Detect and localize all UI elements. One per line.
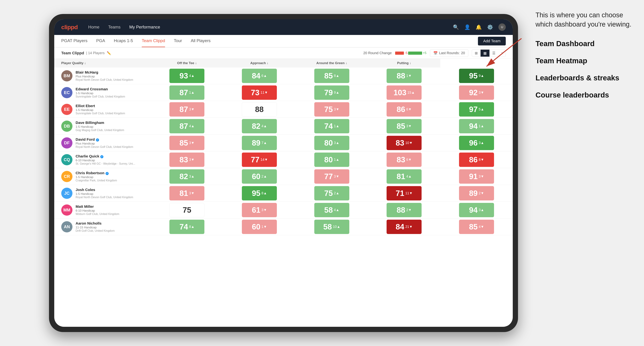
player-handicap: 11-15 Handicap <box>76 226 114 229</box>
player-cell-8: MM Matt Miller 6-10 Handicap Woburn Golf… <box>54 202 151 218</box>
player-name: Dave Billingham <box>76 121 124 125</box>
player-avatar: AN <box>61 221 72 232</box>
player-avatar: CQ <box>61 154 72 165</box>
score-delta: 15▲ <box>408 91 415 95</box>
score-delta: 1▼ <box>406 74 412 78</box>
score-delta: 6▲ <box>262 74 267 78</box>
player-name: Josh Coles <box>76 188 133 192</box>
neg-bar <box>395 51 404 55</box>
player-info: Elliot Ebert 1-5 Handicap Sunningdale Go… <box>76 104 125 115</box>
table-row[interactable]: MM Matt Miller 6-10 Handicap Woburn Golf… <box>54 202 513 218</box>
score-value: 86 <box>469 155 478 164</box>
nav-my-performance[interactable]: My Performance <box>129 25 160 29</box>
score-delta: 10▼ <box>405 141 413 145</box>
tab-hcaps[interactable]: Hcaps 1-5 <box>114 35 133 47</box>
score-box: 71 11▼ <box>386 186 422 200</box>
table-row[interactable]: AN Aaron Nicholls 11-15 Handicap Drift G… <box>54 218 513 235</box>
table-row[interactable]: BM Blair McHarg Plus Handicap Royal Nort… <box>54 67 513 84</box>
table-row[interactable]: DB Dave Billingham 1-5 Handicap Gog Mago… <box>54 118 513 135</box>
player-name: Chris Robertson✓ <box>76 171 117 175</box>
score-value: 88 <box>396 71 405 80</box>
round-change-label: 20 Round Change <box>363 51 392 55</box>
tab-tour[interactable]: Tour <box>174 35 182 47</box>
score-value: 60 <box>252 172 260 181</box>
team-name: Team Clippd <box>61 51 84 55</box>
logo: clippd <box>61 24 78 30</box>
score-cell-8-0: 75 <box>151 202 223 218</box>
th-approach[interactable]: Approach ↓ <box>223 59 296 67</box>
score-cell-1-3: 103 15▲ <box>368 84 440 101</box>
annotation-item-3: Leaderboards & streaks <box>536 74 637 82</box>
score-box: 88 <box>242 102 277 117</box>
sub-nav: PGAT Players PGA Hcaps 1-5 Team Clippd T… <box>54 35 513 47</box>
score-delta: 8▲ <box>189 225 194 229</box>
player-cell-6: CR Chris Robertson✓ 1-5 Handicap Craigmi… <box>54 168 151 185</box>
score-cell-1-4: 92 3▼ <box>440 84 513 101</box>
score-value: 75 <box>324 189 333 198</box>
pos-value: +5 <box>423 51 426 55</box>
score-cell-2-0: 87 3▼ <box>151 101 223 118</box>
score-cell-0-0: 93 4▲ <box>151 67 223 84</box>
score-delta: 8▲ <box>262 191 267 195</box>
score-value: 85 <box>469 222 478 231</box>
avatar[interactable]: U <box>498 23 506 31</box>
score-box: 77 3▼ <box>314 169 349 184</box>
table-row[interactable]: DF David Ford✓ Plus Handicap Royal North… <box>54 135 513 151</box>
player-cell-1: EC Edward Crossman 1-5 Handicap Sunningd… <box>54 84 151 101</box>
score-cell-7-4: 89 2▼ <box>440 185 513 202</box>
score-cell-0-2: 85 8▲ <box>296 67 368 84</box>
score-delta: 1▼ <box>262 225 267 229</box>
table-row[interactable]: EC Edward Crossman 1-5 Handicap Sunningd… <box>54 84 513 101</box>
tab-pgat-players[interactable]: PGAT Players <box>61 35 88 47</box>
edit-icon[interactable]: ✏️ <box>107 51 111 55</box>
score-box: 85 3▼ <box>170 136 204 150</box>
score-value: 103 <box>394 88 406 97</box>
table-row[interactable]: CQ Charlie Quick✓ 6-10 Handicap St. Geor… <box>54 151 513 168</box>
round-change-bar: -5 +5 <box>395 51 426 55</box>
score-cell-5-2: 80 1▲ <box>296 151 368 168</box>
th-around-green[interactable]: Around the Green ↓ <box>296 59 368 67</box>
tab-pga[interactable]: PGA <box>96 35 105 47</box>
bell-icon[interactable]: 🔔 <box>476 24 482 30</box>
score-cell-7-1: 95 8▲ <box>223 185 296 202</box>
table-row[interactable]: CR Chris Robertson✓ 1-5 Handicap Craigmi… <box>54 168 513 185</box>
score-cell-6-4: 91 3▼ <box>440 168 513 185</box>
score-box: 89 2▼ <box>459 186 494 200</box>
table-row[interactable]: JC Josh Coles 1-5 Handicap Royal North D… <box>54 185 513 202</box>
score-value: 61 <box>252 206 260 214</box>
tab-team-clippd[interactable]: Team Clippd <box>142 35 165 47</box>
th-off-tee[interactable]: Off the Tee ↓ <box>151 59 223 67</box>
score-box: 80 1▲ <box>314 153 349 167</box>
score-value: 83 <box>396 139 404 147</box>
user-icon[interactable]: 👤 <box>464 24 470 30</box>
score-delta: 4▲ <box>334 208 339 212</box>
player-club: Gog Magog Golf Club, United Kingdom <box>76 129 124 132</box>
score-box: 91 3▼ <box>459 169 494 184</box>
th-putting[interactable]: Putting ↓ <box>368 59 440 67</box>
nav-icons: 🔍 👤 🔔 ⚙️ U <box>453 23 506 31</box>
score-value: 87 <box>180 88 188 97</box>
score-value: 84 <box>396 222 404 231</box>
score-delta: 3▲ <box>478 141 484 145</box>
score-delta: 3▼ <box>189 158 194 162</box>
settings-icon[interactable]: ⚙️ <box>487 24 493 30</box>
team-count: | 14 Players <box>86 51 104 55</box>
last-rounds-button[interactable]: 📅 Last Rounds: 20 <box>430 49 468 57</box>
score-delta: 3▼ <box>189 191 194 195</box>
player-club: Royal North Devon Golf Club, United King… <box>76 196 133 199</box>
tablet-screen: clippd Home Teams My Performance 🔍 👤 🔔 ⚙… <box>54 19 513 327</box>
tab-all-players[interactable]: All Players <box>191 35 210 47</box>
score-cell-8-3: 88 2▼ <box>368 202 440 218</box>
player-cell-3: DB Dave Billingham 1-5 Handicap Gog Mago… <box>54 118 151 135</box>
player-cell-0: BM Blair McHarg Plus Handicap Royal Nort… <box>54 67 151 84</box>
score-value: 74 <box>324 122 333 131</box>
nav-teams[interactable]: Teams <box>108 25 120 29</box>
player-avatar: CR <box>61 171 72 182</box>
score-value: 60 <box>252 222 260 231</box>
nav-home[interactable]: Home <box>88 25 100 29</box>
search-icon[interactable]: 🔍 <box>453 24 459 30</box>
score-box: 80 3▲ <box>314 136 349 150</box>
score-value: 93 <box>180 71 188 80</box>
table-row[interactable]: EE Elliot Ebert 1-5 Handicap Sunningdale… <box>54 101 513 118</box>
score-cell-8-2: 58 4▲ <box>296 202 368 218</box>
